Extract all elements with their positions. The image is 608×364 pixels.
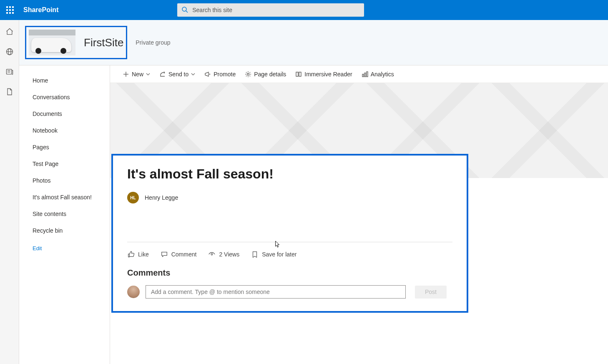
shell: FirstSite Private group Home Conversatio… [0,20,608,364]
file-icon[interactable] [5,88,14,96]
nav-notebook[interactable]: Notebook [19,122,110,139]
views-indicator: 2 Views [208,251,239,258]
comment-label: Comment [171,251,197,258]
reactions-bar: Like Comment 2 Views Save for later [127,251,452,258]
svg-point-14 [211,254,213,255]
like-label: Like [138,251,149,258]
new-button[interactable]: New [123,71,150,78]
save-button[interactable]: Save for later [251,251,296,258]
nav-fall-season[interactable]: It's almost Fall season! [19,189,110,206]
new-label: New [132,71,143,78]
send-to-button[interactable]: Send to [159,71,195,78]
svg-rect-12 [364,73,366,77]
megaphone-icon [204,71,211,78]
site-privacy: Private group [136,39,170,46]
nav-pages[interactable]: Pages [19,139,110,156]
post-button[interactable]: Post [415,286,447,299]
svg-rect-11 [362,74,364,77]
app-launcher-button[interactable] [0,0,20,20]
like-button[interactable]: Like [127,251,149,258]
nav-recycle-bin[interactable]: Recycle bin [19,222,110,239]
current-user-avatar [127,286,140,298]
site-logo-frame[interactable]: FirstSite [25,26,127,59]
site-header: FirstSite Private group [19,20,608,65]
views-label: 2 Views [219,251,239,258]
save-label: Save for later [262,251,296,258]
send-to-label: Send to [168,71,188,78]
svg-point-10 [247,73,249,75]
globe-icon[interactable] [5,48,14,56]
article-title: It's almost Fall season! [127,166,452,182]
nav-site-contents[interactable]: Site contents [19,206,110,222]
nav-conversations[interactable]: Conversations [19,89,110,105]
divider [127,242,452,242]
plus-icon [123,71,129,78]
author-row: HL Henry Legge [127,192,452,203]
chevron-down-icon [191,72,195,76]
analytics-button[interactable]: Analytics [362,71,394,78]
author-name: Henry Legge [145,194,178,201]
chart-icon [362,71,368,78]
immersive-reader-button[interactable]: Immersive Reader [295,71,352,78]
svg-rect-13 [367,72,368,77]
news-icon[interactable] [5,68,14,76]
svg-point-0 [182,7,186,11]
left-navigation: Home Conversations Documents Notebook Pa… [19,65,110,364]
nav-edit-link[interactable]: Edit [19,239,110,257]
reader-icon [295,71,302,78]
bookmark-icon [251,251,259,258]
eye-icon [208,251,216,258]
svg-rect-5 [6,69,12,74]
page-toolbar: New Send to Promote Page details [110,65,608,83]
comment-compose-row: Post [127,285,452,299]
comment-icon [161,251,168,258]
suite-header: SharePoint [0,0,608,20]
page-details-button[interactable]: Page details [245,71,286,78]
chevron-down-icon [146,72,150,76]
share-icon [159,71,166,78]
global-rail [0,20,19,364]
search-icon [181,6,188,15]
comment-button[interactable]: Comment [161,251,197,258]
promote-button[interactable]: Promote [204,71,236,78]
immersive-label: Immersive Reader [304,71,352,78]
home-icon[interactable] [5,28,14,36]
comments-heading: Comments [127,268,452,278]
article-card: It's almost Fall season! HL Henry Legge … [111,154,468,313]
analytics-label: Analytics [371,71,394,78]
svg-line-1 [186,11,188,13]
page-details-label: Page details [254,71,286,78]
nav-photos[interactable]: Photos [19,172,110,189]
author-avatar: HL [127,192,139,203]
gear-icon [245,71,251,78]
site-title: FirstSite [84,36,123,49]
promote-label: Promote [214,71,236,78]
search-wrap [177,3,364,17]
nav-test-page[interactable]: Test Page [19,156,110,172]
nav-documents[interactable]: Documents [19,105,110,122]
content-area: New Send to Promote Page details [110,65,608,364]
comment-input[interactable] [146,285,406,299]
page: FirstSite Private group Home Conversatio… [19,20,608,364]
waffle-icon [6,6,14,14]
brand-label: SharePoint [23,6,58,14]
search-input[interactable] [177,3,364,17]
site-logo [29,30,75,55]
like-icon [127,251,135,258]
nav-home[interactable]: Home [19,72,110,89]
